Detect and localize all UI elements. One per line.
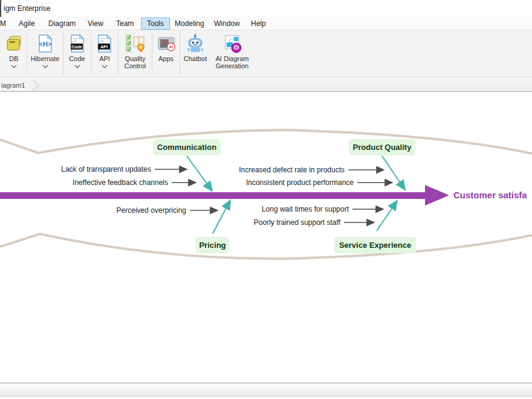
menu-item-modeling[interactable]: Modeling — [175, 17, 204, 30]
hibernate-file-icon: <H> — [35, 33, 56, 54]
cause-text[interactable]: Increased defect rate in products — [239, 166, 345, 174]
diagram-tab-bar: iagram1 — [0, 77, 532, 92]
cause-text[interactable]: Poorly trained support staff — [254, 218, 341, 227]
cause-text[interactable]: Lack of transparent updates — [61, 165, 151, 174]
menu-item-window[interactable]: Window — [214, 17, 240, 30]
toolbar-button-hibernate[interactable]: <H> Hibernate — [27, 30, 63, 77]
menu-bar: M Agile Diagram View Team Tools Modeling… — [0, 17, 532, 30]
fishbone-diagram[interactable]: Lack of transparent updates Ineffective … — [0, 92, 532, 383]
menu-item-truncated[interactable]: M — [0, 17, 6, 30]
window-title: igm Enterprise — [4, 0, 50, 17]
toolbar-button-label: Hibernate — [31, 55, 60, 62]
toolbar-button-api[interactable]: API API — [91, 30, 118, 77]
cause-text[interactable]: Ineffective feedback channels — [73, 178, 168, 187]
toolbar-button-label: Chatbot — [184, 55, 207, 62]
menu-item-team[interactable]: Team — [116, 17, 134, 30]
toolbar-button-label: Quality Control — [118, 55, 152, 70]
database-icon — [4, 33, 24, 54]
chevron-down-icon[interactable] — [42, 65, 48, 68]
code-file-icon: Code — [67, 33, 88, 54]
apps-icon: AI — [156, 33, 177, 54]
toolbar-button-ai-diagram-generation[interactable]: AI Diagram Generation — [210, 30, 254, 77]
chatbot-icon — [185, 33, 206, 54]
chevron-down-icon[interactable] — [74, 65, 80, 68]
toolbar-button-quality-control[interactable]: Quality Control — [118, 30, 152, 77]
svg-text:API: API — [100, 45, 108, 49]
bone-communication — [187, 156, 212, 191]
toolbar-button-label: DB — [9, 55, 18, 62]
bone-pricing — [213, 200, 230, 233]
horizontal-scrollbar[interactable] — [0, 383, 532, 397]
toolbar-button-db[interactable]: DB — [1, 30, 27, 77]
ai-diagram-generation-icon — [222, 33, 242, 54]
toolbar-button-label: Code — [69, 55, 85, 62]
menu-item-agile[interactable]: Agile — [19, 17, 35, 30]
chevron-down-icon[interactable] — [102, 65, 108, 68]
cause-text[interactable]: Perceived overpricing — [117, 206, 186, 215]
svg-text:AI: AI — [169, 45, 173, 49]
menu-item-tools[interactable]: Tools — [141, 18, 170, 30]
fishbone-spine[interactable] — [0, 185, 449, 206]
diagram-canvas[interactable]: Lack of transparent updates Ineffective … — [0, 92, 532, 383]
title-bar: igm Enterprise — [0, 0, 532, 17]
toolbar-button-chatbot[interactable]: Chatbot — [180, 30, 210, 77]
api-file-icon: API — [94, 33, 115, 54]
menu-item-view[interactable]: View — [88, 17, 103, 30]
svg-text:Code: Code — [71, 45, 82, 49]
cause-text[interactable]: Long wait times for support — [262, 205, 349, 213]
menu-item-help[interactable]: Help — [251, 17, 266, 30]
bone-service-experience — [377, 201, 397, 231]
category-label-pricing[interactable]: Pricing — [196, 237, 229, 253]
svg-text:<H>: <H> — [39, 41, 51, 48]
ribbon-toolbar: DB <H> Hibernate Code Code — [0, 30, 532, 77]
cause-text[interactable]: Inconsistent product performance — [246, 178, 354, 187]
category-label-service-experience[interactable]: Service Experience — [334, 237, 416, 253]
breadcrumb-chevron-icon — [31, 80, 40, 91]
bone-product-quality — [382, 156, 405, 190]
toolbar-button-label: Apps — [158, 55, 174, 62]
quality-control-icon — [125, 33, 146, 54]
toolbar-button-label: AI Diagram Generation — [210, 55, 254, 70]
toolbar-button-code[interactable]: Code Code — [63, 30, 91, 77]
menu-item-diagram[interactable]: Diagram — [48, 17, 76, 30]
chevron-down-icon[interactable] — [11, 65, 17, 68]
toolbar-button-label: API — [99, 55, 110, 62]
toolbar-button-apps[interactable]: AI Apps — [152, 30, 180, 77]
category-label-communication[interactable]: Communication — [153, 139, 221, 155]
category-label-product-quality[interactable]: Product Quality — [349, 139, 415, 155]
effect-label[interactable]: Customer satisfa — [453, 190, 527, 200]
